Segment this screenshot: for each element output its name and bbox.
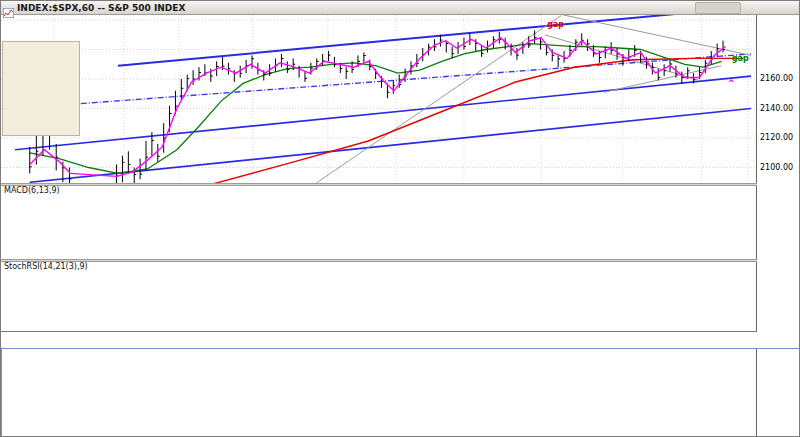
axis-tick-label: 2160.00 — [760, 75, 793, 83]
ma-fast-magenta — [30, 38, 726, 177]
background-window-artifact — [695, 2, 741, 14]
stochrsi-axis[interactable] — [756, 262, 800, 331]
stochrsi-panel-label: StochRSI(14,21(3),9) — [3, 262, 89, 271]
time-axis[interactable] — [1, 331, 757, 348]
breadth-axis[interactable] — [756, 349, 800, 437]
macd-panel[interactable] — [1, 186, 757, 259]
stochrsi-panel[interactable] — [1, 262, 757, 331]
breadth-panel[interactable] — [2, 350, 756, 428]
gap-annotation-red: gap — [547, 20, 564, 29]
window-title: INDEX:$SPX,60 -- S&P 500 INDEX — [17, 3, 185, 13]
data-window — [2, 41, 80, 136]
breadth-time-axis — [2, 428, 756, 437]
axis-tick-label: 2140.00 — [760, 105, 793, 113]
breadth-panel-window — [1, 348, 800, 437]
caret-annotation-magenta: ^ — [727, 78, 735, 88]
axis-tick-label: 2100.00 — [760, 164, 793, 172]
macd-axis[interactable] — [756, 186, 800, 259]
gap-annotation-green: gap — [732, 54, 749, 63]
price-axis[interactable]: 2160.002140.002120.002100.00 — [756, 15, 800, 183]
price-panel[interactable]: gapgap^ — [1, 15, 757, 183]
titlebar[interactable]: INDEX:$SPX,60 -- S&P 500 INDEX — [1, 1, 799, 15]
qcharts-window: INDEX:$SPX,60 -- S&P 500 INDEX gapgap^ M… — [0, 0, 800, 437]
macd-panel-label: MACD(6,13,9) — [3, 186, 61, 195]
axis-tick-label: 2120.00 — [760, 134, 793, 142]
app-icon — [3, 3, 14, 13]
channel-bottom — [30, 109, 751, 183]
ma-slow-red — [214, 58, 744, 183]
channel-lower — [15, 76, 751, 150]
